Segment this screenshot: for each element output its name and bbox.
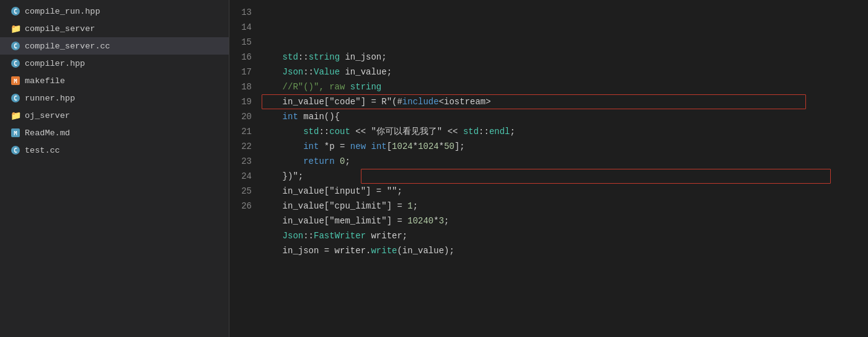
sidebar-label-compile_server_cc: compile_server.cc — [25, 42, 110, 51]
folder-icon: 📁 — [10, 110, 21, 121]
sidebar-label-compile_run_hpp: compile_run.hpp — [25, 7, 100, 16]
line-num-13: 13 — [229, 5, 252, 20]
sidebar-label-runner_hpp: runner.hpp — [25, 94, 75, 103]
svg-text:C: C — [14, 43, 17, 50]
sidebar-item-runner_hpp[interactable]: Crunner.hpp — [0, 89, 229, 107]
line-num-23: 23 — [229, 154, 252, 169]
code-line-25: Json::FastWriter writer; — [262, 228, 856, 243]
sidebar-label-compile_server: compile_server — [25, 24, 95, 34]
svg-text:M: M — [14, 78, 17, 84]
code-line-22: in_value["input"] = ""; — [262, 184, 856, 199]
sidebar-item-compile_server[interactable]: 📁compile_server — [0, 20, 229, 37]
md-icon: M — [10, 127, 21, 138]
line-num-26: 26 — [229, 199, 252, 213]
sidebar-label-readme_md: ReadMe.md — [25, 128, 70, 138]
file-sidebar: Ccompile_run.hpp📁compile_serverCcompile_… — [0, 0, 229, 337]
code-line-18: std::cout << "你可以看见我了" << std::endl; — [262, 124, 856, 139]
code-line-23: in_value["cpu_limit"] = 1; — [262, 199, 856, 213]
svg-text:C: C — [14, 60, 17, 67]
code-line-26: in_json = writer.write(in_value); — [262, 243, 856, 258]
sidebar-item-compiler_hpp[interactable]: Ccompiler.hpp — [0, 55, 229, 72]
line-num-18: 18 — [229, 79, 252, 94]
svg-text:C: C — [14, 8, 17, 15]
cpp-icon: C — [10, 6, 21, 17]
line-num-22: 22 — [229, 139, 252, 154]
code-line-19: int *p = new int[1024*1024*50]; — [262, 139, 856, 154]
line-num-19: 19 — [229, 94, 252, 109]
sidebar-label-test_cc: test.cc — [25, 146, 60, 155]
sidebar-label-oj_server: oj_server — [25, 111, 70, 120]
sidebar-item-makefile[interactable]: Mmakefile — [0, 72, 229, 89]
makefile-icon: M — [10, 75, 21, 86]
cpp-icon: C — [10, 92, 21, 104]
svg-text:C: C — [14, 147, 17, 154]
code-content[interactable]: std::string in_json; Json::Value in_valu… — [262, 5, 868, 332]
folder-icon: 📁 — [10, 23, 21, 34]
svg-text:C: C — [14, 95, 17, 102]
code-line-20: return 0; — [262, 154, 856, 169]
sidebar-item-compile_server_cc[interactable]: Ccompile_server.cc — [0, 37, 229, 55]
code-line-13: std::string in_json; — [262, 50, 856, 65]
line-num-20: 20 — [229, 109, 252, 124]
sidebar-item-oj_server[interactable]: 📁oj_server — [0, 107, 229, 124]
line-numbers: 1314151617181920212223242526 — [229, 5, 262, 332]
svg-text:M: M — [14, 130, 17, 137]
line-num-21: 21 — [229, 124, 252, 139]
cpp-icon: C — [10, 145, 21, 156]
line-num-16: 16 — [229, 50, 252, 65]
line-num-14: 14 — [229, 20, 252, 35]
sidebar-item-compile_run_hpp[interactable]: Ccompile_run.hpp — [0, 2, 229, 20]
line-num-25: 25 — [229, 184, 252, 199]
code-line-16: in_value["code"] = R"(#include<iostream> — [262, 94, 856, 109]
code-line-15: //R"()", raw string — [262, 79, 856, 94]
cpp-icon: C — [10, 58, 21, 69]
line-num-15: 15 — [229, 35, 252, 50]
editor-container: 1314151617181920212223242526 std::string… — [229, 0, 868, 337]
line-num-24: 24 — [229, 169, 252, 184]
sidebar-label-compiler_hpp: compiler.hpp — [25, 59, 85, 68]
sidebar-item-test_cc[interactable]: Ctest.cc — [0, 142, 229, 159]
code-line-24: in_value["mem_limit"] = 10240*3; — [262, 213, 856, 228]
sidebar-label-makefile: makefile — [25, 76, 65, 86]
code-line-14: Json::Value in_value; — [262, 65, 856, 79]
code-line-21: })"; — [262, 169, 856, 184]
cpp-icon: C — [10, 40, 21, 52]
line-num-17: 17 — [229, 65, 252, 79]
sidebar-item-readme_md[interactable]: MReadMe.md — [0, 124, 229, 142]
code-line-17: int main(){ — [262, 109, 856, 124]
code-area: 1314151617181920212223242526 std::string… — [229, 0, 868, 337]
